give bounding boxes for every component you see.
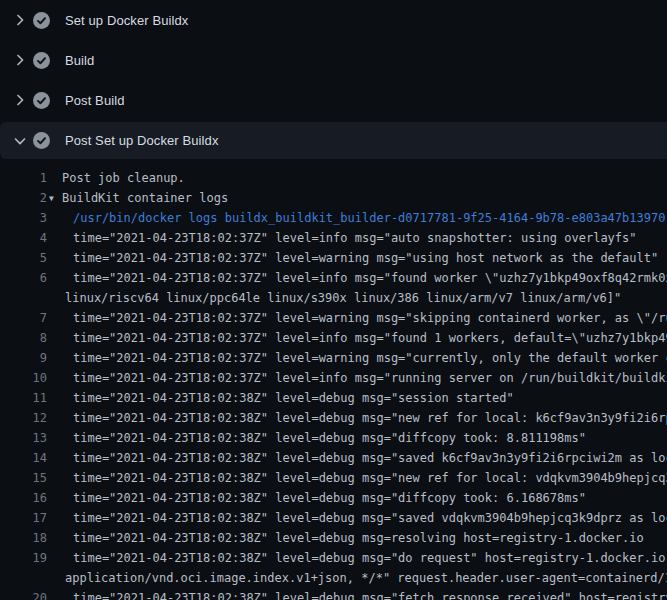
- chevron-right-icon: [12, 92, 28, 108]
- log-text: time="2021-04-23T18:02:38Z" level=debug …: [62, 551, 667, 565]
- group-toggle-icon[interactable]: ▼: [49, 194, 62, 203]
- log-line: 12time="2021-04-23T18:02:38Z" level=debu…: [0, 408, 667, 428]
- line-number[interactable]: 7: [0, 311, 47, 325]
- log-line: 13time="2021-04-23T18:02:38Z" level=debu…: [0, 428, 667, 448]
- log-text: application/vnd.oci.image.index.v1+json,…: [62, 571, 667, 585]
- log-line: 19time="2021-04-23T18:02:38Z" level=debu…: [0, 548, 667, 568]
- log-line: 10time="2021-04-23T18:02:37Z" level=info…: [0, 368, 667, 388]
- line-number[interactable]: 16: [0, 491, 47, 505]
- log-text: time="2021-04-23T18:02:38Z" level=debug …: [62, 451, 667, 465]
- log-line: 8time="2021-04-23T18:02:37Z" level=info …: [0, 328, 667, 348]
- check-circle-icon: [33, 92, 50, 109]
- line-number[interactable]: 4: [0, 231, 47, 245]
- log-command-text: /usr/bin/docker logs buildx_buildkit_bui…: [62, 211, 665, 225]
- log-line: 11time="2021-04-23T18:02:38Z" level=debu…: [0, 388, 667, 408]
- log-text: time="2021-04-23T18:02:37Z" level=warnin…: [62, 251, 658, 265]
- line-number[interactable]: 1: [0, 171, 47, 185]
- log-text: linux/riscv64 linux/ppc64le linux/s390x …: [62, 291, 621, 305]
- log-text: ▼BuildKit container logs: [62, 191, 228, 205]
- log-line: 2▼BuildKit container logs: [0, 188, 667, 208]
- step-header-setup-docker-buildx[interactable]: Set up Docker Buildx: [0, 0, 667, 40]
- log-text: time="2021-04-23T18:02:37Z" level=warnin…: [62, 311, 667, 325]
- line-number[interactable]: 12: [0, 411, 47, 425]
- log-text: time="2021-04-23T18:02:37Z" level=info m…: [62, 271, 667, 285]
- log-line: 1Post job cleanup.: [0, 168, 667, 188]
- chevron-right-icon: [12, 12, 28, 28]
- log-text: time="2021-04-23T18:02:37Z" level=info m…: [62, 331, 667, 345]
- log-line: 20time="2021-04-23T18:02:38Z" level=debu…: [0, 588, 667, 600]
- step-header-post-setup-docker-buildx[interactable]: Post Set up Docker Buildx: [0, 122, 667, 159]
- log-line: 4time="2021-04-23T18:02:37Z" level=info …: [0, 228, 667, 248]
- log-text: time="2021-04-23T18:02:38Z" level=debug …: [62, 491, 586, 505]
- log-text: Post job cleanup.: [62, 171, 185, 185]
- log-line-wrap: linux/riscv64 linux/ppc64le linux/s390x …: [0, 288, 667, 308]
- log-line: 7time="2021-04-23T18:02:37Z" level=warni…: [0, 308, 667, 328]
- step-title: Post Build: [65, 93, 125, 108]
- line-number[interactable]: 9: [0, 351, 47, 365]
- line-number[interactable]: 15: [0, 471, 47, 485]
- line-number[interactable]: 14: [0, 451, 47, 465]
- log-text: time="2021-04-23T18:02:38Z" level=debug …: [62, 511, 667, 525]
- log-line: 18time="2021-04-23T18:02:38Z" level=debu…: [0, 528, 667, 548]
- log-text: time="2021-04-23T18:02:38Z" level=debug …: [62, 431, 586, 445]
- line-number[interactable]: 17: [0, 511, 47, 525]
- step-title: Set up Docker Buildx: [65, 13, 188, 28]
- check-circle-icon: [33, 12, 50, 29]
- step-header-post-build[interactable]: Post Build: [0, 80, 667, 120]
- chevron-right-icon: [12, 52, 28, 68]
- log-group-label: BuildKit container logs: [62, 191, 228, 205]
- log-line: 14time="2021-04-23T18:02:38Z" level=debu…: [0, 448, 667, 468]
- log-line: 5time="2021-04-23T18:02:37Z" level=warni…: [0, 248, 667, 268]
- log-viewer: 1Post job cleanup. 2▼BuildKit container …: [0, 159, 667, 600]
- line-number[interactable]: 19: [0, 551, 47, 565]
- line-number[interactable]: 10: [0, 371, 47, 385]
- steps-list: Set up Docker Buildx Build Post Build Po…: [0, 0, 667, 159]
- log-line: 17time="2021-04-23T18:02:38Z" level=debu…: [0, 508, 667, 528]
- line-number[interactable]: 2: [0, 191, 47, 205]
- line-number[interactable]: 11: [0, 391, 47, 405]
- step-header-build[interactable]: Build: [0, 40, 667, 80]
- log-text: time="2021-04-23T18:02:38Z" level=debug …: [62, 411, 667, 425]
- line-number[interactable]: 3: [0, 211, 47, 225]
- log-text: time="2021-04-23T18:02:37Z" level=info m…: [62, 231, 637, 245]
- step-title: Post Set up Docker Buildx: [65, 133, 219, 148]
- log-line: 15time="2021-04-23T18:02:38Z" level=debu…: [0, 468, 667, 488]
- log-text: time="2021-04-23T18:02:38Z" level=debug …: [62, 471, 667, 485]
- log-line: 16time="2021-04-23T18:02:38Z" level=debu…: [0, 488, 667, 508]
- log-line: 6time="2021-04-23T18:02:37Z" level=info …: [0, 268, 667, 288]
- log-text: time="2021-04-23T18:02:37Z" level=info m…: [62, 371, 667, 385]
- log-text: time="2021-04-23T18:02:38Z" level=debug …: [62, 591, 667, 600]
- line-number[interactable]: 13: [0, 431, 47, 445]
- check-circle-icon: [33, 52, 50, 69]
- log-text: time="2021-04-23T18:02:38Z" level=debug …: [62, 531, 644, 545]
- log-line: 3/usr/bin/docker logs buildx_buildkit_bu…: [0, 208, 667, 228]
- step-title: Build: [65, 53, 94, 68]
- chevron-down-icon: [12, 133, 28, 149]
- log-text: time="2021-04-23T18:02:37Z" level=warnin…: [62, 351, 667, 365]
- line-number[interactable]: 20: [0, 591, 47, 600]
- line-number[interactable]: 18: [0, 531, 47, 545]
- check-circle-icon: [33, 132, 50, 149]
- line-number[interactable]: 6: [0, 271, 47, 285]
- log-text: time="2021-04-23T18:02:38Z" level=debug …: [62, 391, 514, 405]
- line-number[interactable]: 5: [0, 251, 47, 265]
- log-line: 9time="2021-04-23T18:02:37Z" level=warni…: [0, 348, 667, 368]
- line-number[interactable]: 8: [0, 331, 47, 345]
- log-line-wrap: application/vnd.oci.image.index.v1+json,…: [0, 568, 667, 588]
